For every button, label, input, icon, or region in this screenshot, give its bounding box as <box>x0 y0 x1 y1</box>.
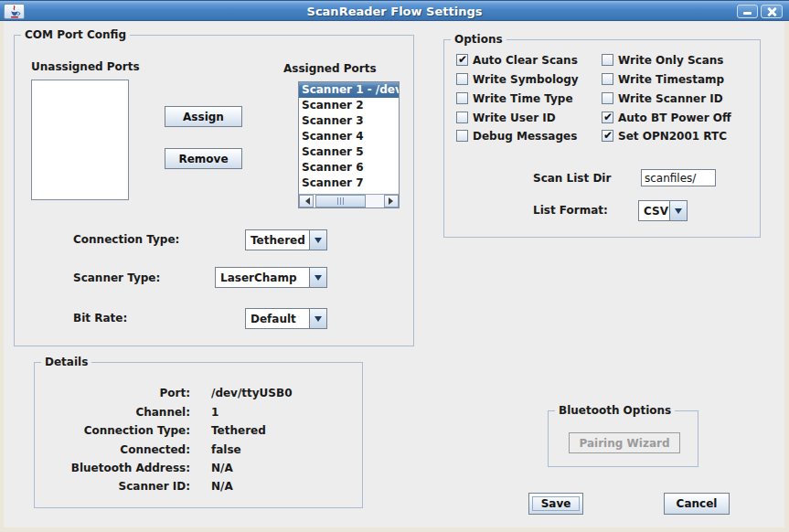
scrollbar-thumb[interactable] <box>315 195 366 207</box>
group-title-bluetooth-options: Bluetooth Options <box>555 404 675 417</box>
chevron-down-icon <box>315 275 322 284</box>
group-title-com-port-config: COM Port Config <box>21 28 130 41</box>
detail-value: false <box>211 443 241 456</box>
bit-rate-dropdown-button[interactable] <box>309 309 326 328</box>
checkbox-auto-clear-scans[interactable]: Auto Clear Scans <box>456 53 578 67</box>
scan-list-dir-label: Scan List Dir <box>533 172 611 185</box>
assigned-ports-label: Assigned Ports <box>283 62 377 75</box>
assigned-ports-list[interactable]: Scanner 1 - /dev/ Scanner 2 Scanner 3 Sc… <box>298 81 400 208</box>
scroll-right-button[interactable] <box>384 195 399 207</box>
detail-value: Tethered <box>211 424 266 437</box>
checkbox-icon[interactable] <box>602 73 613 85</box>
detail-value: N/A <box>211 480 233 493</box>
unassigned-ports-list[interactable] <box>31 80 129 200</box>
cancel-button[interactable]: Cancel <box>664 493 730 515</box>
window-frame-bottom <box>0 527 789 532</box>
checkbox-write-user-id[interactable]: Write User ID <box>456 111 556 124</box>
list-format-combobox[interactable]: CSV <box>638 200 688 221</box>
checkbox-icon[interactable] <box>602 92 613 104</box>
assigned-port-item[interactable]: Scanner 3 <box>299 113 399 129</box>
connection-type-label: Connection Type: <box>73 233 179 246</box>
connection-type-combobox[interactable]: Tethered <box>245 229 327 250</box>
detail-label: Bluetooth Address: <box>35 462 190 474</box>
bit-rate-combobox[interactable]: Default <box>245 308 327 329</box>
checkbox-icon[interactable] <box>602 112 613 123</box>
chevron-down-icon <box>675 208 682 218</box>
checkbox-set-opn2001-rtc[interactable]: Set OPN2001 RTC <box>602 129 727 143</box>
checkbox-write-scanner-id[interactable]: Write Scanner ID <box>602 91 723 105</box>
assign-button[interactable]: Assign <box>165 106 242 127</box>
group-title-details: Details <box>41 356 91 368</box>
assigned-port-item[interactable]: Scanner 5 <box>299 144 399 160</box>
remove-button[interactable]: Remove <box>165 148 242 169</box>
horizontal-scrollbar[interactable] <box>299 194 399 207</box>
checkbox-write-symbology[interactable]: Write Symbology <box>456 72 579 86</box>
connection-type-value: Tethered <box>246 230 309 250</box>
checkbox-label: Debug Messages <box>473 130 577 143</box>
close-icon <box>767 7 776 16</box>
checkbox-icon[interactable] <box>602 54 613 66</box>
detail-label: Port: <box>35 387 190 399</box>
list-format-label: List Format: <box>533 204 608 217</box>
chevron-down-icon <box>315 316 322 325</box>
window-frame-left <box>0 22 4 532</box>
assigned-port-item[interactable]: Scanner 6 <box>299 160 399 176</box>
connection-type-dropdown-button[interactable] <box>309 230 326 250</box>
window-title: ScanReader Flow Settings <box>0 5 789 18</box>
arrow-right-icon <box>389 197 397 205</box>
checkbox-label: Write Timestamp <box>618 73 724 86</box>
scanner-type-dropdown-button[interactable] <box>309 268 326 287</box>
assigned-port-item[interactable]: Scanner 2 <box>299 98 399 113</box>
scanreader-settings-window: ScanReader Flow Settings COM Port Config… <box>0 0 789 532</box>
arrow-left-icon <box>302 197 310 205</box>
checkbox-label: Write User ID <box>473 112 556 124</box>
checkbox-icon[interactable] <box>456 130 468 142</box>
chevron-down-icon <box>315 238 322 247</box>
bluetooth-options-group: Bluetooth Options Pairing Wizard <box>548 410 698 467</box>
list-format-value: CSV <box>639 201 669 220</box>
scan-list-dir-input[interactable] <box>641 169 716 186</box>
save-button[interactable]: Save <box>528 493 583 515</box>
detail-label: Connected: <box>35 443 190 456</box>
pairing-wizard-button: Pairing Wizard <box>569 432 680 453</box>
assigned-port-item[interactable]: Scanner 7 <box>299 176 399 191</box>
minimize-button[interactable] <box>737 5 758 18</box>
scrollbar-grip-icon <box>337 197 345 205</box>
scroll-left-button[interactable] <box>299 195 314 207</box>
checkbox-label: Auto BT Power Off <box>618 112 731 124</box>
detail-row-bluetooth-address: Bluetooth Address: N/A <box>35 462 362 475</box>
scanner-type-label: Scanner Type: <box>73 271 160 284</box>
checkbox-icon[interactable] <box>456 73 468 85</box>
titlebar[interactable]: ScanReader Flow Settings <box>0 0 789 21</box>
checkbox-label: Set OPN2001 RTC <box>618 130 727 143</box>
checkbox-write-timestamp[interactable]: Write Timestamp <box>602 72 724 86</box>
assigned-port-item[interactable]: Scanner 4 <box>299 129 399 144</box>
detail-label: Connection Type: <box>35 424 190 437</box>
com-port-config-group: COM Port Config Unassigned Ports Assign … <box>14 35 414 346</box>
detail-row-connection-type: Connection Type: Tethered <box>35 424 362 438</box>
checkbox-label: Write Only Scans <box>618 54 724 67</box>
checkbox-icon[interactable] <box>456 92 468 104</box>
unassigned-ports-label: Unassigned Ports <box>31 60 140 73</box>
checkbox-label: Auto Clear Scans <box>473 54 578 67</box>
checkbox-debug-messages[interactable]: Debug Messages <box>456 129 577 143</box>
close-button[interactable] <box>761 5 783 18</box>
scanner-type-value: LaserChamp <box>216 268 309 287</box>
scanner-type-combobox[interactable]: LaserChamp <box>215 267 327 288</box>
checkbox-icon[interactable] <box>602 130 613 142</box>
detail-value: 1 <box>211 406 219 419</box>
details-group: Details Port: /dev/ttyUSB0 Channel: 1 Co… <box>34 362 363 508</box>
checkbox-auto-bt-power-off[interactable]: Auto BT Power Off <box>602 111 731 124</box>
detail-label: Scanner ID: <box>35 480 190 493</box>
assigned-port-item[interactable]: Scanner 1 - /dev/ <box>299 82 399 98</box>
list-format-dropdown-button[interactable] <box>669 201 687 220</box>
detail-row-port: Port: /dev/ttyUSB0 <box>35 387 362 400</box>
checkbox-write-only-scans[interactable]: Write Only Scans <box>602 53 724 67</box>
checkbox-write-time-type[interactable]: Write Time Type <box>456 91 573 105</box>
options-group: Options Auto Clear Scans Write Symbology… <box>443 39 761 238</box>
bit-rate-label: Bit Rate: <box>73 312 127 325</box>
checkbox-icon[interactable] <box>456 112 468 123</box>
checkbox-label: Write Time Type <box>473 92 573 105</box>
checkbox-label: Write Symbology <box>473 73 579 86</box>
checkbox-icon[interactable] <box>456 54 468 66</box>
